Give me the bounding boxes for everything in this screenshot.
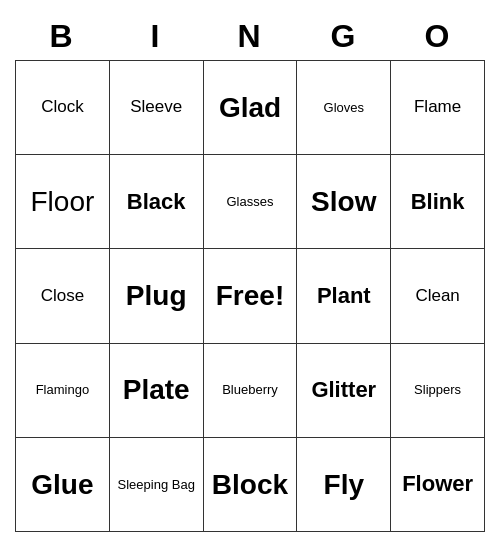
cell-0-2: Glad xyxy=(204,61,298,155)
cell-text-2-4: Clean xyxy=(415,286,459,306)
header-letter-o: O xyxy=(391,12,485,60)
cell-text-2-3: Plant xyxy=(317,283,371,309)
cell-text-4-2: Block xyxy=(212,468,288,502)
cell-0-1: Sleeve xyxy=(110,61,204,155)
cell-3-4: Slippers xyxy=(391,344,485,438)
cell-text-4-1: Sleeping Bag xyxy=(118,477,195,493)
bingo-grid: ClockSleeveGladGlovesFlameFloorBlackGlas… xyxy=(15,60,485,532)
cell-4-2: Block xyxy=(204,438,298,532)
cell-2-2: Free! xyxy=(204,249,298,343)
cell-4-0: Glue xyxy=(16,438,110,532)
cell-2-4: Clean xyxy=(391,249,485,343)
cell-1-4: Blink xyxy=(391,155,485,249)
cell-1-3: Slow xyxy=(297,155,391,249)
bingo-header: BINGO xyxy=(15,12,485,60)
bingo-card: BINGO ClockSleeveGladGlovesFlameFloorBla… xyxy=(15,12,485,532)
cell-3-0: Flamingo xyxy=(16,344,110,438)
cell-text-3-2: Blueberry xyxy=(222,382,278,398)
cell-2-0: Close xyxy=(16,249,110,343)
cell-3-3: Glitter xyxy=(297,344,391,438)
cell-0-3: Gloves xyxy=(297,61,391,155)
cell-text-0-4: Flame xyxy=(414,97,461,117)
cell-text-2-0: Close xyxy=(41,286,84,306)
cell-2-1: Plug xyxy=(110,249,204,343)
cell-text-1-2: Glasses xyxy=(227,194,274,210)
cell-2-3: Plant xyxy=(297,249,391,343)
cell-text-1-1: Black xyxy=(127,189,186,215)
header-letter-b: B xyxy=(15,12,109,60)
cell-4-4: Flower xyxy=(391,438,485,532)
cell-4-1: Sleeping Bag xyxy=(110,438,204,532)
cell-1-2: Glasses xyxy=(204,155,298,249)
cell-text-3-0: Flamingo xyxy=(36,382,89,398)
cell-4-3: Fly xyxy=(297,438,391,532)
cell-0-0: Clock xyxy=(16,61,110,155)
cell-text-4-4: Flower xyxy=(402,471,473,497)
cell-text-1-4: Blink xyxy=(411,189,465,215)
cell-0-4: Flame xyxy=(391,61,485,155)
cell-text-0-2: Glad xyxy=(219,91,281,125)
header-letter-n: N xyxy=(203,12,297,60)
cell-1-1: Black xyxy=(110,155,204,249)
cell-text-0-0: Clock xyxy=(41,97,84,117)
cell-text-4-0: Glue xyxy=(31,468,93,502)
cell-3-1: Plate xyxy=(110,344,204,438)
cell-text-1-0: Floor xyxy=(31,185,95,219)
cell-text-4-3: Fly xyxy=(324,468,364,502)
cell-text-3-3: Glitter xyxy=(311,377,376,403)
header-letter-g: G xyxy=(297,12,391,60)
cell-text-3-4: Slippers xyxy=(414,382,461,398)
cell-text-2-1: Plug xyxy=(126,279,187,313)
cell-text-0-1: Sleeve xyxy=(130,97,182,117)
cell-text-3-1: Plate xyxy=(123,373,190,407)
cell-1-0: Floor xyxy=(16,155,110,249)
cell-text-2-2: Free! xyxy=(216,279,284,313)
cell-3-2: Blueberry xyxy=(204,344,298,438)
cell-text-0-3: Gloves xyxy=(324,100,364,116)
cell-text-1-3: Slow xyxy=(311,185,376,219)
header-letter-i: I xyxy=(109,12,203,60)
